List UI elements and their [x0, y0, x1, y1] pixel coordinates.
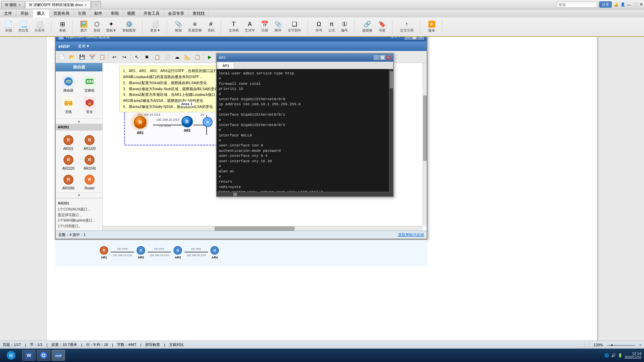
status-compare[interactable]: 文稿对比 — [169, 342, 184, 347]
window-close[interactable]: ✕ — [640, 2, 643, 7]
taskbar-tab-ospf[interactable]: W 详解OSPF 特种区域实验.docx ✕ — [25, 1, 91, 8]
btn-smartart[interactable]: ⚙️智能图形 — [120, 20, 138, 34]
ribbon-tab-ref[interactable]: 引用 — [74, 9, 90, 17]
btn-page-break[interactable]: ⬜分页符 — [32, 20, 47, 34]
taskbar-app-word[interactable]: W — [22, 350, 36, 361]
toolbar-rect[interactable]: ⬜ — [162, 53, 172, 61]
taskbar-tab-word[interactable]: W 微软 ✕ — [1, 1, 24, 8]
btn-wordart[interactable]: A艺术字 — [243, 20, 257, 34]
ribbon-tab-file[interactable]: 文件 — [0, 9, 16, 17]
btn-hyperlink[interactable]: 🔗超链接 — [360, 20, 375, 34]
sidebar-security-cat[interactable]: 🔒 安全 — [80, 96, 100, 116]
tray-network-icon[interactable]: 🌐 — [604, 353, 609, 358]
btn-textpart[interactable]: ❏文字部件 — [285, 20, 304, 34]
btn-shapes[interactable]: ⬡形状 — [91, 20, 103, 34]
zoom-in-icon[interactable]: + — [639, 343, 641, 347]
ensp-menu-item[interactable]: 菜单▼ — [75, 43, 93, 50]
sidebar-device-ar201[interactable]: R AR201 — [58, 133, 78, 152]
tray-volume-icon[interactable]: 🔊 — [611, 353, 616, 358]
user-icon[interactable]: 👤 — [621, 2, 625, 7]
ribbon-tab-search[interactable]: 查找找 — [189, 9, 209, 17]
btn-symbol[interactable]: Ω符号 — [313, 20, 325, 34]
btn-more[interactable]: ⬜更多▼ — [148, 20, 163, 34]
terminal-scrollbar[interactable] — [389, 69, 393, 192]
toolbar-connect[interactable]: 📐 — [182, 53, 192, 61]
status-spell[interactable]: 拼写检查 — [145, 342, 160, 347]
btn-header-footer[interactable]: ≡页眉页脚 — [186, 20, 204, 34]
scrollbar-thumb-h[interactable] — [215, 227, 295, 231]
btn-formula[interactable]: π公式 — [326, 20, 337, 34]
status-help[interactable]: 获取帮助与反馈 — [398, 232, 424, 237]
btn-media[interactable]: ▶️媒体 — [426, 20, 438, 34]
btn-attach[interactable]: 📎附加 — [172, 20, 184, 34]
sidebar-device-ar3260[interactable]: R AR3260 — [58, 173, 78, 191]
window-restore[interactable]: ⬜ — [633, 2, 638, 7]
ribbon-tab-view[interactable]: 视图 — [123, 9, 140, 17]
btn-icons[interactable]: ✦图标▼ — [104, 20, 119, 34]
sidebar-device-ar2220[interactable]: R AR2220 — [58, 153, 78, 171]
router-ar1[interactable]: R AR1 — [133, 115, 148, 135]
zoom-slider[interactable]: —●—————— — [607, 343, 635, 347]
ribbon-tab-mail[interactable]: 邮件 — [90, 9, 107, 17]
taskbar-app-chrome[interactable] — [37, 350, 50, 361]
toolbar-open[interactable]: 📂 — [67, 53, 76, 61]
ribbon-tab-dev[interactable]: 开发工具 — [140, 9, 164, 17]
toolbar-cut[interactable]: ✂️ — [87, 53, 97, 61]
btn-date[interactable]: 📅日期 — [259, 20, 271, 34]
btn-numbering[interactable]: ①编号 — [339, 20, 350, 34]
sidebar-scroll-down[interactable]: ▼ — [56, 192, 102, 198]
minimize-btn[interactable]: 🔔 — [614, 2, 619, 7]
ribbon-tab-layout[interactable]: 页面布局 — [49, 9, 74, 17]
toolbar-new[interactable]: 📄 — [57, 53, 66, 61]
sidebar-device-router[interactable]: R Router — [80, 173, 100, 191]
toolbar-start[interactable]: ▶ — [205, 53, 214, 61]
terminal-minimize[interactable]: — — [374, 55, 379, 60]
terminal-scrollbar-bottom[interactable] — [217, 192, 393, 196]
terminal-hscroll-thumb[interactable] — [233, 193, 237, 196]
toolbar-copy[interactable]: 📋 — [97, 53, 107, 61]
window-minimize[interactable]: — — [627, 3, 631, 7]
btn-bookmark[interactable]: 🔖书签 — [376, 20, 388, 34]
canvas-scrollbar-h[interactable] — [103, 226, 423, 231]
btn-attachment[interactable]: 📎附件 — [272, 20, 284, 34]
toolbar-redo[interactable]: ↪ — [120, 53, 129, 61]
terminal-close[interactable]: ✕ — [386, 55, 391, 60]
toolbar-delete[interactable]: ✖ — [142, 53, 152, 61]
router-ar2[interactable]: R AR2 — [180, 115, 194, 132]
zoom-out-icon[interactable]: ⬜⬜ — [580, 343, 590, 347]
tab-close[interactable]: ✕ — [18, 3, 21, 7]
sidebar-wireless-cat[interactable]: 无线 — [58, 96, 78, 116]
terminal-tab-ar1[interactable]: AR1 — [218, 62, 234, 69]
sidebar-device-ar2240[interactable]: R AR2240 — [80, 153, 100, 171]
taskbar-tab-new[interactable]: + — [91, 1, 101, 8]
sidebar-router-cat[interactable]: 路由器 — [58, 74, 78, 94]
toolbar-select[interactable]: ↖ — [132, 53, 142, 61]
sidebar-switch-cat[interactable]: 交换机 — [80, 74, 100, 94]
start-button[interactable]: ⊞ — [3, 350, 19, 360]
toolbar-undo[interactable]: ↩ — [110, 53, 119, 61]
btn-textbox[interactable]: T文本框 — [226, 20, 241, 34]
btn-crossref[interactable]: ↑交叉引用 — [398, 20, 416, 34]
ribbon-tab-review[interactable]: 审阅 — [107, 9, 123, 17]
sidebar-device-ar1220[interactable]: R AR1220 — [80, 133, 100, 152]
ribbon-tab-home[interactable]: 开始 — [16, 9, 33, 17]
terminal-text[interactable]: local-user admin service-type http # fir… — [217, 69, 393, 192]
btn-image[interactable]: 🖼️图片 — [78, 20, 90, 34]
taskbar-search-input[interactable] — [557, 2, 597, 8]
toolbar-cloud[interactable]: ☁ — [172, 53, 182, 61]
scrollbar-thumb-v[interactable] — [423, 96, 427, 161]
toolbar-add-device[interactable]: 📋 — [152, 53, 162, 61]
taskbar-app-ensp[interactable]: eNSP — [52, 350, 65, 361]
taskbar-clock[interactable]: 12:14 2020/11/10 — [625, 352, 641, 359]
terminal-scrollbar-thumb[interactable] — [390, 71, 393, 88]
btn-cover[interactable]: 📄封面 — [3, 20, 15, 34]
tray-battery-icon[interactable]: 🔋 — [618, 353, 623, 358]
toolbar-auto[interactable]: 📋 — [193, 53, 202, 61]
terminal-restore[interactable]: ⬜ — [380, 55, 385, 60]
btn-page-num[interactable]: #页码 — [205, 20, 217, 34]
btn-blank-page[interactable]: 📃空白页 — [16, 20, 31, 34]
share-btn[interactable]: 分享 — [599, 1, 612, 8]
btn-table[interactable]: ⊞表格 — [57, 20, 68, 34]
toolbar-save[interactable]: 💾 — [77, 53, 87, 61]
ribbon-tab-insert[interactable]: 插入 — [33, 9, 49, 17]
